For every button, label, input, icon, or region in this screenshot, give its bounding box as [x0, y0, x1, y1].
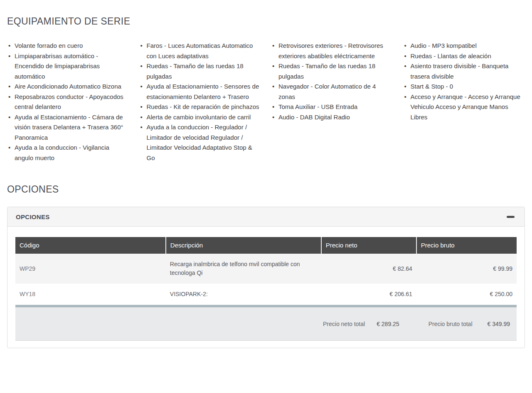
equipment-item: Volante forrado en cuero	[7, 41, 129, 51]
options-panel-body: Código Descripción Precio neto Precio br…	[7, 227, 525, 348]
equipment-item: Aire Acondicionado Automatico Bizona	[7, 82, 129, 92]
gross-total-value: € 349.99	[488, 321, 510, 327]
options-section-title: OPCIONES	[7, 184, 525, 195]
equipment-item: Ayuda a la conduccion - Regulador / Limi…	[139, 122, 261, 163]
equipment-item: Navegador - Color Automatico de 4 zonas	[271, 82, 393, 102]
equipment-column-1: Volante forrado en cuero Limpiaparabrisa…	[7, 41, 129, 163]
equipment-item: Acceso y Arranque - Acceso y Arranque Ve…	[403, 92, 525, 123]
equipment-item: Asiento trasero divisible - Banqueta tra…	[403, 61, 525, 82]
equipment-item: Start & Stop - 0	[403, 82, 525, 92]
table-row: WY18 VISIOPARK-2: € 206.61 € 250.00	[15, 284, 517, 305]
option-description: Recarga inalmbrica de telfono mvil compa…	[166, 254, 321, 284]
equipment-item: Faros - Luces Automaticas Automatico con…	[139, 41, 261, 61]
net-total-value: € 289.25	[377, 321, 399, 327]
table-row: WP29 Recarga inalmbrica de telfono mvil …	[15, 254, 517, 284]
equipment-item: Reposabrazos conductor - Apoyacodos cent…	[7, 92, 129, 112]
equipment-item: Ruedas - Kit de reparación de pinchazos	[139, 102, 261, 112]
net-total-label: Precio neto total	[323, 321, 365, 327]
equipment-columns: Volante forrado en cuero Limpiaparabrisa…	[7, 41, 525, 163]
options-table-header-row: Código Descripción Precio neto Precio br…	[15, 237, 517, 254]
equipment-item: Toma Auxiliar - USB Entrada	[271, 102, 393, 112]
equipment-item: Alerta de cambio involuntario de carril	[139, 112, 261, 123]
option-code: WY18	[15, 284, 166, 305]
column-header-precio-bruto: Precio bruto	[416, 237, 517, 254]
equipment-item: Audio - MP3 kompatibel	[403, 41, 525, 51]
option-code: WP29	[15, 254, 166, 284]
column-header-descripcion: Descripción	[166, 237, 321, 254]
option-net-price: € 206.61	[321, 284, 416, 305]
equipment-item: Ruedas - Tamaño de las ruedas 18 pulgada…	[139, 61, 261, 82]
option-net-price: € 82.64	[321, 254, 416, 284]
equipment-list: Audio - MP3 kompatibel Ruedas - Llantas …	[403, 41, 525, 122]
totals-bar: Precio neto total € 289.25 Precio bruto …	[15, 305, 517, 341]
equipment-item: Ruedas - Llantas de aleación	[403, 51, 525, 62]
column-header-precio-neto: Precio neto	[321, 237, 416, 254]
option-gross-price: € 250.00	[416, 284, 517, 305]
collapse-minus-icon[interactable]	[507, 216, 515, 218]
equipment-list: Faros - Luces Automaticas Automatico con…	[139, 41, 261, 163]
equipment-item: Ruedas - Tamaño de las ruedas 18 pulgada…	[271, 61, 393, 82]
equipment-list: Volante forrado en cuero Limpiaparabrisa…	[7, 41, 129, 163]
equipment-column-4: Audio - MP3 kompatibel Ruedas - Llantas …	[403, 41, 525, 163]
equipment-item: Limpiaparabrisas automático - Encendido …	[7, 51, 129, 82]
column-header-codigo: Código	[15, 237, 166, 254]
equipment-item: Ayuda al Estacionamiento - Sensores de e…	[139, 82, 261, 102]
options-panel: OPCIONES Código Descripción Precio neto …	[7, 207, 525, 348]
equipment-item: Ayuda a la conduccion - Vigilancia angul…	[7, 143, 129, 163]
equipment-list: Retrovisores exteriores - Retrovisores e…	[271, 41, 393, 122]
options-panel-title: OPCIONES	[16, 213, 50, 220]
page-container: EQUIPAMIENTO DE SERIE Volante forrado en…	[0, 0, 532, 348]
equipment-section-title: EQUIPAMIENTO DE SERIE	[7, 16, 525, 27]
option-gross-price: € 99.99	[416, 254, 517, 284]
equipment-item: Retrovisores exteriores - Retrovisores e…	[271, 41, 393, 61]
equipment-column-2: Faros - Luces Automaticas Automatico con…	[139, 41, 261, 163]
option-description: VISIOPARK-2:	[166, 284, 321, 305]
equipment-item: Ayuda al Estacionamiento - Cámara de vis…	[7, 112, 129, 143]
options-table: Código Descripción Precio neto Precio br…	[15, 237, 517, 305]
gross-total-label: Precio bruto total	[429, 321, 473, 327]
equipment-column-3: Retrovisores exteriores - Retrovisores e…	[271, 41, 393, 163]
equipment-item: Audio - DAB Digital Radio	[271, 112, 393, 123]
options-panel-header[interactable]: OPCIONES	[7, 207, 525, 227]
